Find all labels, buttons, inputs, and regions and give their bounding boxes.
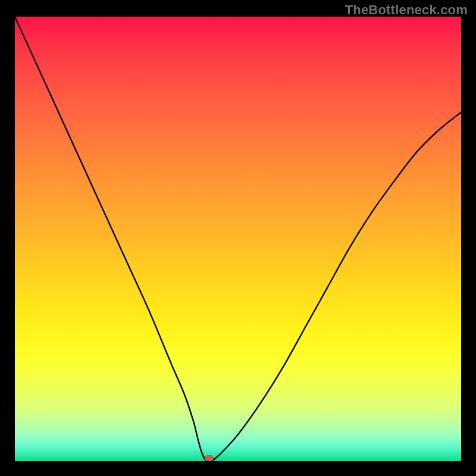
plot-area [15, 17, 461, 461]
bottleneck-curve [15, 17, 461, 461]
chart-frame: TheBottleneck.com [0, 0, 476, 476]
watermark-text: TheBottleneck.com [345, 2, 468, 18]
minimum-marker [205, 455, 214, 461]
